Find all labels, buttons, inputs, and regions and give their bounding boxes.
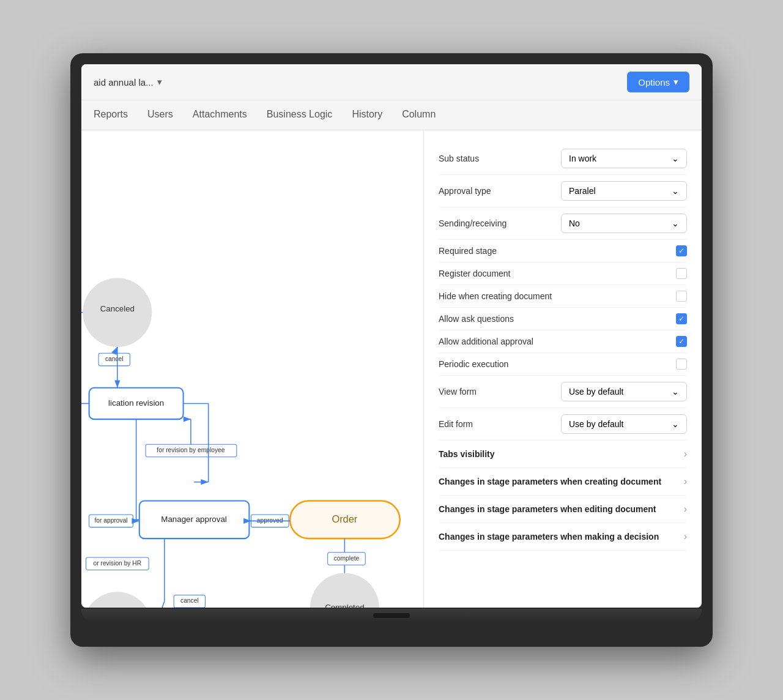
- main-content: Canceled lication revision cancel for re…: [81, 130, 702, 608]
- approved-label: approved: [257, 517, 283, 524]
- tab-users[interactable]: Users: [147, 100, 173, 130]
- tab-attachments[interactable]: Attachments: [193, 100, 247, 130]
- edit-form-value: Use by default: [569, 419, 624, 429]
- top-bar: aid annual la... ▾ Options ▾: [81, 64, 702, 100]
- allow-ask-questions-label: Allow ask questions: [439, 314, 676, 324]
- arrow-to-canceled-bottom-2: [155, 601, 164, 608]
- breadcrumb-text: aid annual la...: [94, 77, 154, 88]
- view-form-row: View form Use by default ⌄: [439, 376, 687, 408]
- tab-reports[interactable]: Reports: [94, 100, 128, 130]
- completed-label: Completed: [325, 603, 364, 608]
- canceled-top-label: Canceled: [100, 304, 135, 313]
- view-form-value: Use by default: [569, 387, 624, 397]
- options-label: Options: [638, 77, 670, 88]
- sub-status-value: In work: [569, 154, 596, 163]
- changes-creating-arrow-icon: ›: [684, 476, 687, 487]
- changes-creating-label: Changes in stage parameters when creatin…: [439, 477, 661, 486]
- allow-additional-label: Allow additional approval: [439, 337, 676, 346]
- allow-additional-checkbox[interactable]: [676, 336, 687, 347]
- view-form-control[interactable]: Use by default ⌄: [561, 382, 687, 401]
- flow-panel: Canceled lication revision cancel for re…: [81, 130, 424, 608]
- edit-form-select[interactable]: Use by default ⌄: [561, 414, 687, 434]
- edit-form-chevron-icon: ⌄: [672, 419, 679, 429]
- sending-receiving-label: Sending/receiving: [439, 218, 561, 228]
- changes-decision-label: Changes in stage parameters when making …: [439, 532, 659, 542]
- breadcrumb-chevron-icon: ▾: [157, 76, 162, 88]
- view-form-label: View form: [439, 387, 561, 397]
- laptop-screen: aid annual la... ▾ Options ▾ Reports Use…: [81, 64, 702, 608]
- allow-ask-questions-row: Allow ask questions: [439, 308, 687, 330]
- allow-additional-row: Allow additional approval: [439, 330, 687, 353]
- edit-form-control[interactable]: Use by default ⌄: [561, 414, 687, 434]
- tabs-bar: Reports Users Attachments Business Logic…: [81, 100, 702, 130]
- sending-receiving-select[interactable]: No ⌄: [561, 214, 687, 233]
- sub-status-chevron-icon: ⌄: [672, 154, 679, 163]
- laptop-base: [81, 609, 702, 622]
- required-stage-label: Required stage: [439, 246, 676, 256]
- approval-type-value: Paralel: [569, 186, 596, 196]
- order-label: Order: [332, 513, 357, 524]
- laptop-frame: aid annual la... ▾ Options ▾ Reports Use…: [70, 53, 713, 647]
- tabs-visibility-row[interactable]: Tabs visibility ›: [439, 441, 687, 468]
- sub-status-label: Sub status: [439, 154, 561, 163]
- sending-receiving-control[interactable]: No ⌄: [561, 214, 687, 233]
- sending-receiving-chevron-icon: ⌄: [672, 218, 679, 228]
- changes-editing-row[interactable]: Changes in stage parameters when editing…: [439, 496, 687, 523]
- tab-history[interactable]: History: [352, 100, 382, 130]
- required-stage-row: Required stage: [439, 240, 687, 262]
- register-document-row: Register document: [439, 262, 687, 285]
- periodic-execution-checkbox[interactable]: [676, 359, 687, 370]
- sub-status-row: Sub status In work ⌄: [439, 143, 687, 175]
- cancel-label-2: cancel: [180, 597, 199, 604]
- canceled-bottom-node: [83, 592, 152, 608]
- for-revision-employee-label: for revision by employee: [157, 447, 225, 453]
- register-document-checkbox[interactable]: [676, 268, 687, 279]
- laptop-notch: [373, 613, 410, 618]
- options-chevron-icon: ▾: [674, 76, 678, 88]
- approval-type-label: Approval type: [439, 186, 561, 196]
- for-revision-hr-label: or revision by HR: [94, 560, 142, 567]
- periodic-execution-label: Periodic execution: [439, 359, 676, 369]
- application-revision-label: lication revision: [108, 398, 164, 408]
- sub-status-control[interactable]: In work ⌄: [561, 149, 687, 168]
- manager-approval-label: Manager approval: [161, 515, 226, 524]
- periodic-execution-row: Periodic execution: [439, 353, 687, 376]
- hide-when-creating-label: Hide when creating document: [439, 291, 676, 301]
- view-form-select[interactable]: Use by default ⌄: [561, 382, 687, 401]
- tab-business-logic[interactable]: Business Logic: [267, 100, 333, 130]
- hide-when-creating-checkbox[interactable]: [676, 291, 687, 302]
- changes-editing-arrow-icon: ›: [684, 504, 687, 515]
- options-button[interactable]: Options ▾: [627, 72, 689, 92]
- changes-editing-label: Changes in stage parameters when editing…: [439, 504, 656, 514]
- register-document-label: Register document: [439, 269, 676, 278]
- properties-panel: Sub status In work ⌄ Approval type Paral…: [424, 130, 702, 608]
- view-form-chevron-icon: ⌄: [672, 387, 679, 397]
- flow-diagram: Canceled lication revision cancel for re…: [81, 130, 423, 608]
- for-approval-label: for approval: [95, 517, 128, 524]
- complete-label: complete: [334, 555, 360, 562]
- tabs-visibility-arrow-icon: ›: [684, 449, 687, 460]
- approval-type-control[interactable]: Paralel ⌄: [561, 181, 687, 201]
- sending-receiving-row: Sending/receiving No ⌄: [439, 207, 687, 240]
- tab-column[interactable]: Column: [402, 100, 436, 130]
- edit-form-row: Edit form Use by default ⌄: [439, 408, 687, 441]
- sending-receiving-value: No: [569, 218, 580, 228]
- approval-type-select[interactable]: Paralel ⌄: [561, 181, 687, 201]
- edit-form-label: Edit form: [439, 419, 561, 429]
- sub-status-select[interactable]: In work ⌄: [561, 149, 687, 168]
- approval-type-chevron-icon: ⌄: [672, 186, 679, 196]
- required-stage-checkbox[interactable]: [676, 245, 687, 256]
- hide-when-creating-row: Hide when creating document: [439, 285, 687, 308]
- tabs-visibility-label: Tabs visibility: [439, 449, 495, 459]
- changes-decision-row[interactable]: Changes in stage parameters when making …: [439, 523, 687, 551]
- approval-type-row: Approval type Paralel ⌄: [439, 175, 687, 207]
- cancel-label-1: cancel: [105, 356, 124, 362]
- breadcrumb-dropdown[interactable]: aid annual la... ▾: [94, 76, 162, 88]
- changes-creating-row[interactable]: Changes in stage parameters when creatin…: [439, 468, 687, 496]
- allow-ask-questions-checkbox[interactable]: [676, 313, 687, 324]
- changes-decision-arrow-icon: ›: [684, 531, 687, 542]
